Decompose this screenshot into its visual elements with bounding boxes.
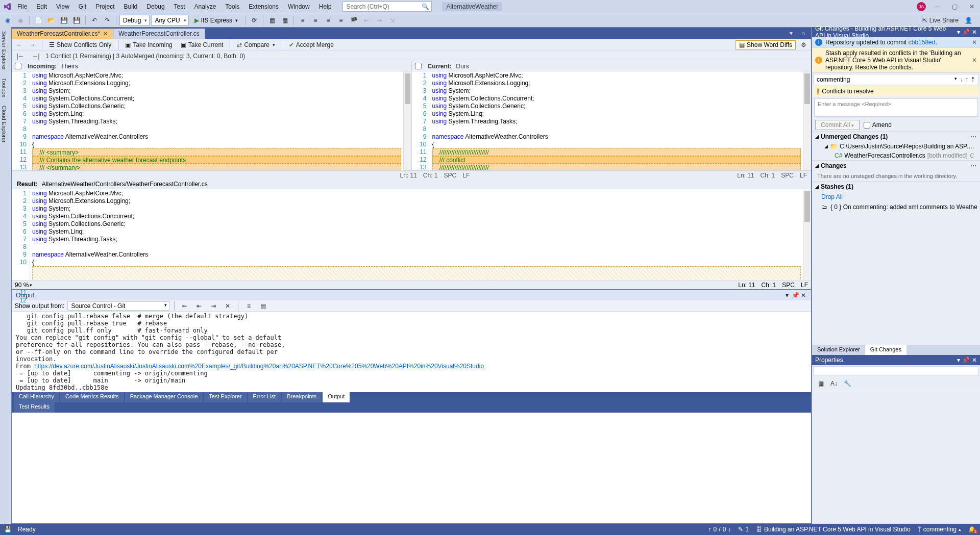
commit-message-input[interactable]: Enter a message <Required>	[814, 98, 978, 117]
undo-button[interactable]: ↶	[89, 15, 100, 26]
feedback-button[interactable]: 👤	[963, 15, 974, 26]
output-text[interactable]: git config pull.rebase false # merge (th…	[12, 312, 811, 392]
menu-tools[interactable]: Tools	[221, 2, 243, 12]
menu-test[interactable]: Test	[170, 2, 189, 12]
minimize-button[interactable]: ─	[931, 2, 943, 12]
output-pin-icon[interactable]: 📌	[792, 292, 799, 299]
dismiss-info-icon[interactable]: ✕	[972, 39, 977, 46]
output-wrap-button[interactable]: ≡	[243, 300, 254, 312]
tab-test-explorer[interactable]: Test Explorer	[204, 392, 247, 402]
output-source-combo[interactable]: Source Control - Git	[67, 301, 169, 311]
menu-project[interactable]: Project	[91, 2, 118, 12]
save-button[interactable]: 💾	[58, 15, 69, 26]
panel-close-icon[interactable]: ✕	[972, 356, 977, 364]
tab-code-metrics[interactable]: Code Metrics Results	[60, 392, 124, 402]
section-menu-icon[interactable]: ⋯	[970, 133, 977, 140]
output-close-icon[interactable]: ✕	[800, 292, 807, 299]
drop-all-link[interactable]: Drop All	[821, 193, 843, 200]
back-button[interactable]: ◉	[2, 15, 13, 26]
tb-icon-1[interactable]: ▦	[266, 15, 278, 26]
fetch-icon[interactable]: ↓	[960, 76, 963, 83]
close-tab-icon[interactable]: ✕	[103, 31, 108, 37]
panel-dropdown-icon[interactable]: ▾	[957, 29, 960, 36]
panel-pin-icon[interactable]: 📌	[962, 29, 970, 36]
doc-tab-1[interactable]: WeatherForecastController.cs	[113, 29, 205, 39]
refresh-button[interactable]: ⟳	[249, 15, 260, 26]
search-input[interactable]: Search (Ctrl+Q) 🔍	[342, 2, 432, 12]
result-code[interactable]: 123456789101112 using Microsoft.AspNetCo…	[12, 189, 811, 280]
menu-extensions[interactable]: Extensions	[244, 2, 283, 12]
word-diffs-toggle[interactable]: ▤Show Word Diffs	[736, 40, 796, 49]
tab-call-hierarchy[interactable]: Call Hierarchy	[14, 392, 59, 402]
conflict-file[interactable]: C# WeatherForecastController.cs [both mo…	[812, 151, 980, 160]
menu-git[interactable]: Git	[75, 2, 90, 12]
current-code[interactable]: 12345678910111213141516 using Microsoft.…	[412, 71, 812, 170]
tab-git-changes[interactable]: Git Changes	[865, 345, 906, 355]
repo-folder[interactable]: ◢ 📁 C:\Users\Justin\Source\Repos\Buildin…	[812, 142, 980, 151]
pull-icon[interactable]: ↑	[965, 76, 968, 83]
redo-button[interactable]: ↷	[102, 15, 113, 26]
tab-home-icon[interactable]: ⌂	[798, 28, 809, 39]
properties-object-combo[interactable]	[813, 366, 979, 375]
prev-conflict-button[interactable]: |←	[15, 50, 26, 62]
panel-close-icon[interactable]: ✕	[972, 29, 977, 36]
panel-dropdown-icon[interactable]: ▾	[957, 356, 960, 364]
changes-section[interactable]: ◢ Changes ⋯	[812, 160, 980, 171]
maximize-button[interactable]: ▢	[948, 2, 961, 12]
panel-pin-icon[interactable]: 📌	[962, 356, 970, 364]
take-incoming-button[interactable]: ▣Take Incoming	[122, 40, 175, 49]
next-conflict-button[interactable]: →|	[30, 50, 41, 62]
scrollbar[interactable]	[803, 71, 811, 170]
close-button[interactable]: ✕	[966, 2, 978, 12]
menu-file[interactable]: File	[13, 2, 31, 12]
tb-icon-7[interactable]: ⇤	[361, 15, 372, 26]
tab-output[interactable]: Output	[323, 392, 350, 402]
tb-icon-8[interactable]: ⇥	[374, 15, 385, 26]
tb-icon-2[interactable]: ▦	[279, 15, 290, 26]
tab-pm-console[interactable]: Package Manager Console	[125, 392, 203, 402]
current-checkbox[interactable]	[415, 63, 422, 69]
scrollbar[interactable]	[803, 189, 811, 280]
menu-view[interactable]: View	[52, 2, 74, 12]
tb-icon-4[interactable]: ≡	[310, 15, 321, 26]
accept-merge-button[interactable]: ✔Accept Merge	[286, 40, 337, 49]
tb-icon-5[interactable]: ≡	[323, 15, 334, 26]
property-pages-icon[interactable]: 🔧	[842, 378, 853, 389]
tab-test-results[interactable]: Test Results	[14, 402, 55, 413]
menu-edit[interactable]: Edit	[32, 2, 51, 12]
sb-repo[interactable]: 🗄Building an ASP.NET Core 5 Web API in V…	[756, 526, 911, 533]
dismiss-warn-icon[interactable]: ✕	[972, 57, 977, 64]
sb-outgoing[interactable]: ↑0 / 0↓	[708, 526, 731, 533]
incoming-code[interactable]: 12345678910111213141516 using Microsoft.…	[12, 71, 411, 170]
user-avatar[interactable]: JA	[917, 2, 926, 11]
stash-item[interactable]: 🗂 { 0 } On commenting: added xml comment…	[812, 202, 980, 212]
tab-dropdown-icon[interactable]: ▾	[786, 28, 797, 39]
menu-debug[interactable]: Debug	[142, 2, 168, 12]
server-explorer-tab[interactable]: Server Explorer	[0, 27, 11, 74]
take-current-button[interactable]: ▣Take Current	[178, 40, 227, 49]
run-button[interactable]: ▶IIS Express▾	[190, 15, 242, 26]
tab-error-list[interactable]: Error List	[248, 392, 281, 402]
output-dropdown-icon[interactable]: ▾	[783, 292, 791, 299]
categorized-icon[interactable]: ▦	[815, 378, 826, 389]
branch-selector[interactable]: commenting ↓ ↑ ⇡	[813, 74, 979, 85]
next-change-button[interactable]: →	[27, 39, 38, 50]
incoming-checkbox[interactable]	[15, 63, 21, 69]
menu-window[interactable]: Window	[284, 2, 314, 12]
save-all-button[interactable]: 💾	[71, 15, 82, 26]
section-menu-icon[interactable]: ⋯	[970, 162, 977, 169]
alphabetical-icon[interactable]: A↓	[828, 378, 840, 389]
tb-icon-3[interactable]: ≡	[297, 15, 308, 26]
tab-solution-explorer[interactable]: Solution Explorer	[812, 345, 865, 355]
commit-all-button[interactable]: Commit All	[815, 120, 860, 130]
output-toggle-button[interactable]: ▤	[257, 300, 268, 312]
show-conflicts-button[interactable]: ☰Show Conflicts Only	[46, 40, 114, 49]
amend-checkbox[interactable]: Amend	[864, 121, 892, 129]
config-combo[interactable]: Debug	[119, 15, 150, 26]
scrollbar[interactable]	[403, 71, 411, 170]
new-item-button[interactable]: 📄	[33, 15, 44, 26]
stashes-section[interactable]: ◢ Stashes (1)	[812, 181, 980, 192]
merge-settings-button[interactable]: ⚙	[798, 39, 809, 50]
menu-build[interactable]: Build	[120, 2, 142, 12]
toolbox-tab[interactable]: Toolbox	[0, 74, 11, 101]
